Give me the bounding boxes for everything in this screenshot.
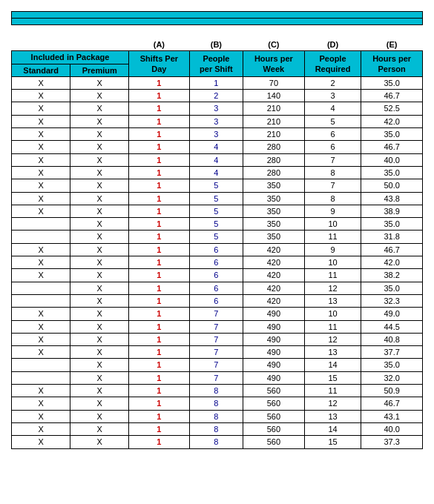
cell: 140	[243, 90, 305, 102]
cell: 37.3	[361, 436, 423, 448]
cell: 1	[128, 76, 189, 89]
cell: 46.7	[361, 243, 423, 256]
cell: X	[12, 320, 70, 333]
cell: 10	[304, 308, 361, 320]
cell: 70	[243, 76, 305, 89]
cell: 490	[243, 346, 305, 359]
cell: 32.3	[361, 294, 423, 307]
cell: 40.0	[361, 422, 423, 435]
cell: 1	[128, 385, 189, 397]
cell: 3	[189, 102, 243, 115]
table-row: XX13210452.5	[12, 102, 423, 115]
cell: 560	[243, 410, 305, 422]
cell: 490	[243, 320, 305, 333]
cell: 7	[304, 153, 361, 166]
cell: X	[70, 282, 129, 294]
cell: 6	[304, 141, 361, 153]
table-row: XX164201138.2	[12, 269, 423, 282]
cell: 38.2	[361, 269, 423, 282]
cell: 46.7	[361, 141, 423, 153]
cell: 2	[304, 76, 361, 89]
cell: 8	[189, 397, 243, 410]
cell: X	[12, 128, 70, 141]
cell: 1	[128, 359, 189, 371]
cell: X	[70, 333, 129, 345]
cell: 350	[243, 192, 305, 205]
cell: 14	[304, 359, 361, 371]
cell: 7	[189, 320, 243, 333]
cell: 49.0	[361, 308, 423, 320]
cell: 1	[128, 294, 189, 307]
cell: 6	[304, 128, 361, 141]
sub-title	[11, 19, 423, 25]
cell: 490	[243, 333, 305, 345]
cell: X	[70, 76, 129, 89]
cell: 420	[243, 256, 305, 269]
cell: 10	[304, 256, 361, 269]
table-row: XX1170235.0	[12, 76, 423, 89]
cell: 35.0	[361, 166, 423, 179]
cell: X	[70, 294, 129, 307]
header-included: Included in Package	[12, 51, 129, 64]
cell: X	[12, 192, 70, 205]
cell: 420	[243, 294, 305, 307]
cell: X	[70, 115, 129, 127]
cell	[12, 294, 70, 307]
cell: 1	[128, 115, 189, 127]
table-row: X174901532.0	[12, 371, 423, 384]
cell: 50.0	[361, 179, 423, 192]
cell: 5	[304, 115, 361, 127]
cell: X	[12, 141, 70, 153]
table-row: XX164201042.0	[12, 256, 423, 269]
cell: 6	[189, 269, 243, 282]
main-title	[11, 11, 423, 19]
cell: 1	[128, 243, 189, 256]
table-row: XX185601440.0	[12, 422, 423, 435]
cell: X	[70, 422, 129, 435]
cell	[12, 359, 70, 371]
header-premium: Premium	[70, 64, 129, 76]
cell: 350	[243, 231, 305, 243]
cell: X	[70, 308, 129, 320]
cell: 13	[304, 410, 361, 422]
cell: 1	[128, 205, 189, 217]
cell: X	[12, 102, 70, 115]
header-standard: Standard	[12, 64, 70, 76]
table-row: XX174901337.7	[12, 346, 423, 359]
cell: 280	[243, 153, 305, 166]
table-row: XX13210542.0	[12, 115, 423, 127]
cell: X	[12, 385, 70, 397]
cell: X	[70, 410, 129, 422]
table-row: XX12140346.7	[12, 90, 423, 102]
table-row: X153501131.8	[12, 231, 423, 243]
cell: 560	[243, 385, 305, 397]
cell: 1	[128, 153, 189, 166]
table-row: X174901435.0	[12, 359, 423, 371]
cell: 1	[128, 166, 189, 179]
cell: 560	[243, 422, 305, 435]
cell	[12, 218, 70, 231]
cell: X	[70, 141, 129, 153]
cell: X	[70, 243, 129, 256]
cell: 5	[189, 231, 243, 243]
cell: X	[70, 205, 129, 217]
table-row: XX16420946.7	[12, 243, 423, 256]
cell: X	[12, 153, 70, 166]
cell: 6	[189, 243, 243, 256]
cell: 1	[189, 76, 243, 89]
cell: 6	[189, 282, 243, 294]
cell: X	[70, 371, 129, 384]
header-people-shift: Peopleper Shift	[189, 51, 243, 77]
cell: 1	[128, 333, 189, 345]
cell: 32.0	[361, 371, 423, 384]
data-table-container: (A) (B) (C) (D) (E) Included in Package …	[11, 39, 423, 449]
header-hours-person: Hours perPerson	[361, 51, 423, 77]
cell: 8	[189, 422, 243, 435]
cell: 4	[189, 166, 243, 179]
cell: 13	[304, 294, 361, 307]
cell: X	[70, 346, 129, 359]
cell: 6	[189, 256, 243, 269]
cell: 210	[243, 128, 305, 141]
cell: X	[70, 436, 129, 448]
cell: 1	[128, 282, 189, 294]
